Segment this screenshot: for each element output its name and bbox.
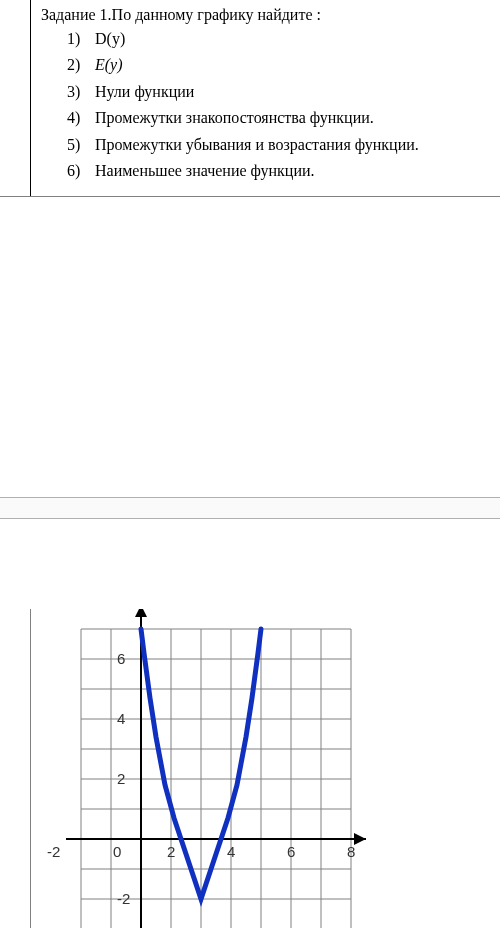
svg-marker-24 <box>135 609 147 617</box>
parabola-chart: -224680-2246 <box>31 609 391 928</box>
task-block: Задание 1.По данному графику найдите : 1… <box>30 0 500 196</box>
chart-container: -224680-2246 <box>0 609 500 928</box>
origin-label: 0 <box>113 843 121 860</box>
task-item-2: 2) E(y) <box>67 54 500 76</box>
x-tick-label: 6 <box>287 843 295 860</box>
item-text: E(y) <box>95 54 123 76</box>
x-tick-label: 4 <box>227 843 235 860</box>
y-tick-label: 6 <box>117 650 125 667</box>
divider-band <box>0 497 500 519</box>
item-number: 1) <box>67 28 95 50</box>
item-text: D(у) <box>95 28 125 50</box>
y-tick-label: 2 <box>117 770 125 787</box>
svg-marker-22 <box>354 833 366 845</box>
item-number: 4) <box>67 107 95 129</box>
spacer <box>0 519 500 609</box>
task-item-6: 6) Наименьшее значение функции. <box>67 160 500 182</box>
task-item-1: 1) D(у) <box>67 28 500 50</box>
item-number: 2) <box>67 54 95 76</box>
item-number: 5) <box>67 134 95 156</box>
task-item-4: 4) Промежутки знакопостоянства функции. <box>67 107 500 129</box>
x-tick-label: 2 <box>167 843 175 860</box>
item-number: 3) <box>67 81 95 103</box>
item-text: Промежутки убывания и возрастания функци… <box>95 134 419 156</box>
item-text: Нули функции <box>95 81 194 103</box>
x-tick-label: 8 <box>347 843 355 860</box>
task-item-3: 3) Нули функции <box>67 81 500 103</box>
spacer <box>0 197 500 497</box>
y-tick-label: -2 <box>117 890 130 907</box>
task-item-5: 5) Промежутки убывания и возрастания фун… <box>67 134 500 156</box>
item-text: Промежутки знакопостоянства функции. <box>95 107 374 129</box>
task-title: Задание 1.По данному графику найдите : <box>41 6 500 24</box>
y-tick-label: 4 <box>117 710 125 727</box>
item-number: 6) <box>67 160 95 182</box>
x-tick-label: -2 <box>47 843 60 860</box>
task-list: 1) D(у) 2) E(y) 3) Нули функции 4) Проме… <box>41 28 500 182</box>
chart-left-border: -224680-2246 <box>30 609 500 928</box>
item-text: Наименьшее значение функции. <box>95 160 315 182</box>
